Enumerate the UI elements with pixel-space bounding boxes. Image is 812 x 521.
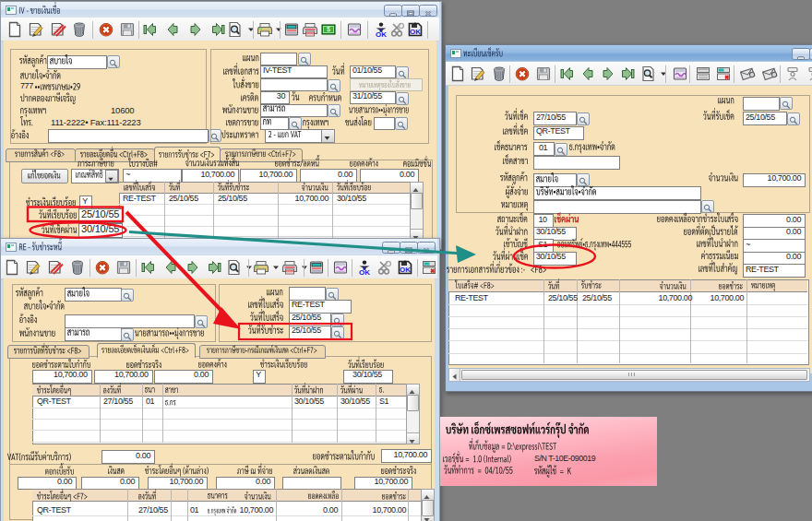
svg-text:OK: OK [410, 28, 421, 36]
svg-text:OK: OK [400, 266, 411, 274]
svg-text:$: $ [327, 26, 330, 32]
